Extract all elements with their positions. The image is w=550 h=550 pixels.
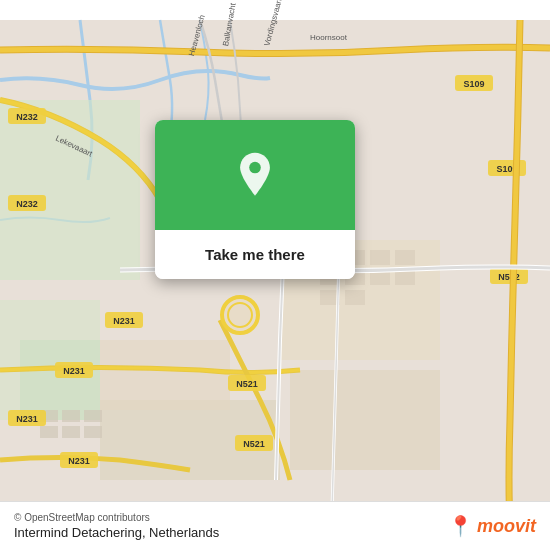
svg-rect-11 bbox=[395, 250, 415, 265]
svg-text:N521: N521 bbox=[243, 439, 265, 449]
take-me-there-button[interactable]: Take me there bbox=[155, 230, 355, 279]
location-pin-icon bbox=[231, 151, 279, 199]
svg-text:N231: N231 bbox=[63, 366, 85, 376]
svg-rect-17 bbox=[345, 290, 365, 305]
svg-text:N232: N232 bbox=[16, 199, 38, 209]
bottom-left-info: © OpenStreetMap contributors Intermind D… bbox=[14, 512, 219, 540]
map-container: N232 N232 N231 N231 N231 N521 N521 S109 … bbox=[0, 0, 550, 550]
copyright-text: © OpenStreetMap contributors bbox=[14, 512, 219, 523]
svg-text:N231: N231 bbox=[113, 316, 135, 326]
moovit-pin-icon: 📍 bbox=[448, 514, 473, 538]
moovit-brand-text: moovit bbox=[477, 516, 536, 537]
svg-rect-21 bbox=[40, 426, 58, 438]
svg-text:N232: N232 bbox=[16, 112, 38, 122]
bottom-bar: © OpenStreetMap contributors Intermind D… bbox=[0, 501, 550, 550]
svg-point-52 bbox=[228, 303, 252, 327]
svg-rect-20 bbox=[84, 410, 102, 422]
svg-rect-10 bbox=[370, 250, 390, 265]
svg-text:N231: N231 bbox=[16, 414, 38, 424]
svg-rect-23 bbox=[84, 426, 102, 438]
svg-rect-15 bbox=[395, 270, 415, 285]
location-name: Intermind Detachering, Netherlands bbox=[14, 525, 219, 540]
svg-rect-7 bbox=[100, 340, 230, 410]
svg-rect-5 bbox=[290, 370, 440, 470]
svg-rect-22 bbox=[62, 426, 80, 438]
svg-rect-3 bbox=[20, 340, 100, 420]
location-popup: Take me there bbox=[155, 120, 355, 279]
svg-text:N231: N231 bbox=[68, 456, 90, 466]
svg-point-53 bbox=[249, 162, 261, 174]
svg-text:N521: N521 bbox=[236, 379, 258, 389]
svg-text:Hoornsoot: Hoornsoot bbox=[310, 33, 348, 42]
svg-rect-19 bbox=[62, 410, 80, 422]
svg-text:S109: S109 bbox=[463, 79, 484, 89]
popup-green-area bbox=[155, 120, 355, 230]
moovit-logo: 📍 moovit bbox=[448, 514, 536, 538]
